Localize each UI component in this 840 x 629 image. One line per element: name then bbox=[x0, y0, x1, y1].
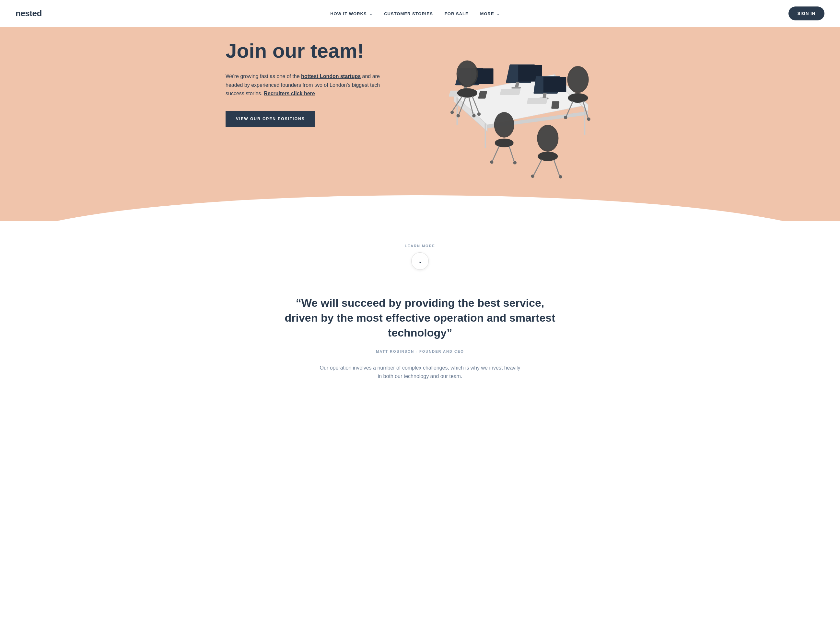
quote-section: “We will succeed by providing the best s… bbox=[0, 270, 840, 400]
quote-author: MATT ROBINSON - FOUNDER AND CEO bbox=[16, 350, 824, 353]
svg-rect-21 bbox=[527, 98, 547, 104]
svg-point-55 bbox=[559, 175, 562, 178]
svg-rect-23 bbox=[551, 101, 560, 109]
svg-point-50 bbox=[538, 126, 557, 150]
nav-links: HOW IT WORKS ⌄ CUSTOMER STORIES FOR SALE… bbox=[330, 11, 500, 17]
learn-more-label: LEARN MORE bbox=[0, 244, 840, 248]
recruiters-link[interactable]: Recruiters click here bbox=[264, 91, 315, 96]
hero-section: Join our team! We're growing fast as one… bbox=[0, 27, 840, 221]
svg-point-37 bbox=[568, 93, 588, 102]
chevron-down-icon: ⌄ bbox=[418, 258, 423, 264]
nav-item-more[interactable]: MORE ⌄ bbox=[480, 11, 500, 17]
svg-point-41 bbox=[587, 117, 590, 120]
office-illustration bbox=[401, 27, 614, 182]
svg-point-36 bbox=[568, 68, 587, 91]
svg-line-52 bbox=[534, 160, 542, 175]
svg-line-45 bbox=[492, 146, 499, 161]
hero-text: Join our team! We're growing fast as one… bbox=[226, 27, 381, 127]
chevron-down-icon: ⌄ bbox=[369, 12, 373, 16]
svg-point-43 bbox=[496, 114, 513, 136]
learn-more-section: LEARN MORE ⌄ bbox=[0, 221, 840, 270]
svg-line-53 bbox=[554, 160, 560, 176]
svg-rect-16 bbox=[543, 77, 566, 92]
hero-description: We're growing fast as one of the hottest… bbox=[226, 72, 381, 98]
nav-item-customer-stories[interactable]: CUSTOMER STORIES bbox=[384, 11, 433, 17]
svg-point-34 bbox=[472, 114, 475, 117]
svg-rect-20 bbox=[500, 89, 521, 95]
svg-point-32 bbox=[477, 112, 481, 116]
nav-item-how-it-works[interactable]: HOW IT WORKS ⌄ bbox=[330, 11, 373, 17]
svg-line-46 bbox=[509, 146, 514, 162]
svg-point-54 bbox=[531, 174, 534, 178]
nav-item-for-sale[interactable]: FOR SALE bbox=[445, 11, 469, 17]
learn-more-button[interactable]: ⌄ bbox=[411, 252, 429, 270]
hero-title: Join our team! bbox=[226, 40, 381, 62]
svg-point-51 bbox=[538, 151, 558, 161]
svg-point-31 bbox=[450, 111, 454, 114]
svg-point-25 bbox=[458, 62, 477, 85]
quote-description: Our operation involves a number of compl… bbox=[319, 364, 521, 381]
navbar: nested HOW IT WORKS ⌄ CUSTOMER STORIES F… bbox=[0, 0, 840, 27]
hero-content: Join our team! We're growing fast as one… bbox=[226, 27, 614, 182]
signin-button[interactable]: SIGN IN bbox=[788, 6, 824, 20]
quote-text: “We will succeed by providing the best s… bbox=[284, 296, 556, 341]
svg-point-26 bbox=[457, 88, 477, 98]
svg-point-40 bbox=[564, 116, 567, 119]
hottest-startups-link[interactable]: hottest London startups bbox=[301, 74, 361, 79]
view-positions-button[interactable]: VIEW OUR OPEN POSITIONS bbox=[226, 111, 315, 127]
svg-point-44 bbox=[495, 139, 514, 147]
svg-rect-14 bbox=[512, 87, 521, 88]
svg-point-48 bbox=[513, 161, 516, 164]
svg-point-33 bbox=[456, 114, 460, 117]
office-desk-svg bbox=[414, 28, 602, 182]
logo[interactable]: nested bbox=[16, 8, 42, 19]
svg-point-47 bbox=[490, 160, 493, 164]
chevron-down-icon: ⌄ bbox=[497, 12, 500, 16]
